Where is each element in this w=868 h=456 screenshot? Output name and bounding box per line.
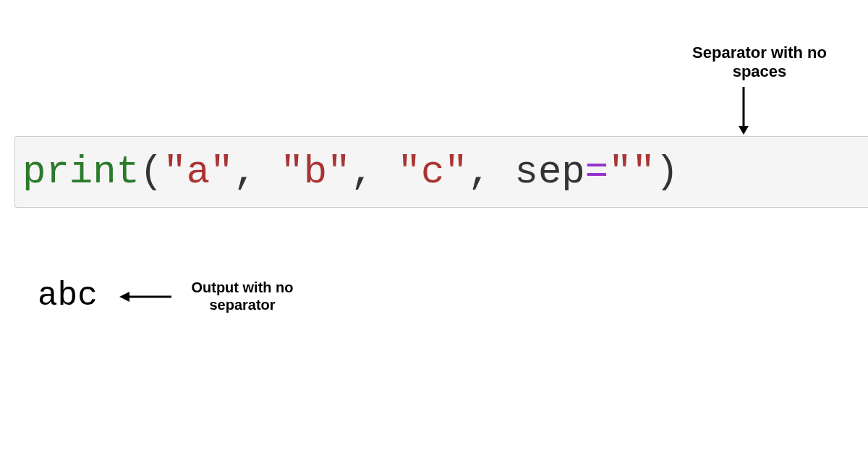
code-token-comma1: ,	[234, 150, 281, 194]
code-token-kwarg: sep	[515, 150, 585, 194]
code-token-kwval: ""	[608, 150, 655, 194]
code-block: print("a", "b", "c", sep="")	[14, 136, 868, 208]
code-token-paren-open: (	[140, 150, 163, 194]
svg-marker-1	[739, 126, 749, 135]
annotation-output: Output with no separator	[177, 279, 307, 313]
code-token-paren-close: )	[655, 150, 678, 194]
code-token-arg1: "a"	[163, 150, 233, 194]
code-token-comma3: ,	[468, 150, 515, 194]
code-token-arg3: "c"	[398, 150, 468, 194]
code-token-equals: =	[585, 150, 608, 194]
code-token-arg2: "b"	[280, 150, 350, 194]
arrow-down-icon	[736, 87, 751, 135]
output-text: abc	[38, 277, 98, 315]
code-token-comma2: ,	[351, 150, 398, 194]
arrow-left-icon	[119, 290, 171, 304]
code-token-func: print	[22, 150, 140, 194]
annotation-separator: Separator with no spaces	[687, 43, 832, 82]
svg-marker-3	[119, 292, 129, 302]
